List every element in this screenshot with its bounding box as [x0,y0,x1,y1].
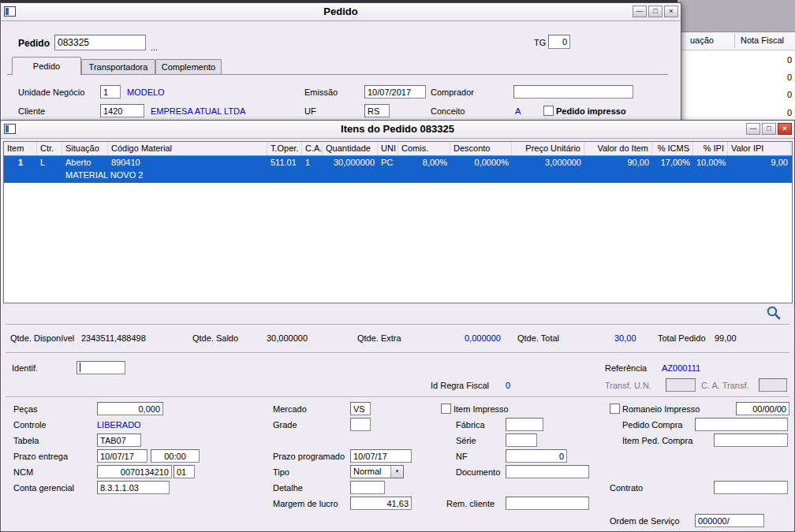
uf-input[interactable] [364,104,390,117]
tab-label: Transportadora [89,62,148,72]
documento-input[interactable] [506,465,589,478]
contrato-label: Contrato [610,483,643,493]
cell-uni: PC [378,156,398,169]
tab-label: Complemento [162,62,215,72]
ordem-servico-input[interactable] [695,514,764,527]
grade-input[interactable] [350,418,371,431]
qtde-saldo-value: 30,000000 [267,333,308,343]
margem-lucro-label: Margem de lucro [273,499,338,508]
itens-window: Itens do Pedido 083325 — □ × Item Ctr. S… [0,120,795,532]
pedido-compra-label: Pedido Compra [622,420,682,430]
prazo-programado-label: Prazo programado [273,452,345,461]
romaneio-data-input[interactable] [736,402,789,415]
tabela-input[interactable] [97,433,141,447]
col-header-t-oper: T.Oper. [267,142,302,155]
conta-gerencial-input[interactable] [97,481,170,494]
tab-transportadora[interactable]: Transportadora [81,59,155,75]
ncm-input[interactable] [97,465,172,478]
pecas-input[interactable] [97,402,163,415]
cell-desconto: 0,0000% [450,156,512,169]
pedido-impresso-checkbox[interactable] [543,106,554,116]
tipo-select[interactable]: Normal ▼ [350,465,404,478]
pedido-number-input[interactable] [54,35,146,50]
qtde-disponivel-value: 2343511,488498 [81,333,146,343]
pedido-compra-input[interactable] [695,418,788,431]
cell-ctr: L [37,156,62,169]
cell-item: 1 [4,156,37,169]
ca-transf-label: C. A. Transf. [701,381,749,390]
comprador-label: Comprador [431,87,474,97]
grid-cell: 0 [768,55,792,65]
uf-label: UF [304,106,316,116]
identif-input[interactable] [77,361,125,374]
ncm-ex-input[interactable] [174,465,195,478]
conceito-value: A [515,106,521,116]
col-header-item: Item [4,142,37,155]
fabrica-input[interactable] [506,418,543,431]
cliente-input[interactable] [100,104,144,117]
itens-titlebar[interactable]: Itens do Pedido 083325 — □ × [1,121,794,139]
ca-transf-input [759,378,787,392]
item-impresso-checkbox[interactable] [441,404,451,414]
unidade-negocio-input[interactable] [100,85,121,99]
unidade-negocio-label: Unidade Negócio [18,87,84,97]
pedido-label: Pedido [18,38,50,49]
window-title: Itens do Pedido 083325 [1,123,794,135]
tipo-selected-value: Normal [351,466,390,478]
col-header-ipi: % IPI [693,142,728,155]
transf-un-label: Transf. U.N. [605,381,651,390]
grid-cell: 0 [768,90,792,99]
prazo-entrega-data-input[interactable] [97,449,147,463]
chevron-down-icon[interactable]: ▼ [390,466,403,478]
qtde-saldo-label: Qtde. Saldo [192,333,238,343]
cell-valor-do-item: 90,00 [584,156,652,169]
col-header-ca: C.A. [302,142,323,155]
minimize-button-icon[interactable]: — [633,6,647,17]
tg-label: TG [534,38,546,47]
margem-lucro-input[interactable] [350,497,412,510]
emissao-input[interactable] [364,85,426,99]
qtde-total-value: 30,00 [614,333,636,343]
romaneio-impresso-checkbox[interactable] [610,404,620,414]
column-header-nota-fiscal: Nota Fiscal [741,35,784,45]
magnifier-icon[interactable] [766,305,782,321]
documento-label: Documento [456,467,500,477]
pedido-titlebar[interactable]: Pedido — □ × [1,3,681,21]
close-button-icon[interactable]: × [778,123,792,135]
maximize-button-icon[interactable]: □ [762,123,776,135]
cell-situacao: Aberto [62,156,108,169]
controle-label: Controle [13,420,47,430]
col-header-uni: UNI [378,142,398,155]
identif-label: Identif. [12,363,38,373]
grid-cell: 0 [768,108,792,117]
browse-ellipsis-button[interactable]: ... [151,43,158,52]
tipo-label: Tipo [273,467,289,477]
cell-valor-ipi: 9,00 [728,156,791,169]
referencia-label: Referência [605,363,647,373]
mercado-input[interactable] [350,402,371,415]
table-row-selected[interactable]: 1 L Aberto 890410 511.01 1 30,000000 PC … [4,156,792,183]
serie-input[interactable] [506,433,537,447]
item-ped-compra-input[interactable] [714,433,788,447]
close-button-icon[interactable]: × [664,6,678,17]
tg-input[interactable] [548,35,570,49]
tab-pedido[interactable]: Pedido [12,57,81,75]
ncm-label: NCM [13,467,33,477]
grade-label: Grade [273,420,297,430]
detalhe-input[interactable] [350,481,385,494]
tab-complemento[interactable]: Complemento [155,59,222,75]
qtde-total-label: Qtde. Total [517,333,559,343]
contrato-input[interactable] [714,481,788,494]
total-pedido-value: 99,00 [715,333,737,343]
nf-label: NF [456,452,468,461]
col-header-comis: Comis. [398,142,450,155]
prazo-entrega-hora-input[interactable] [151,449,200,463]
rem-cliente-input[interactable] [506,497,589,510]
prazo-programado-input[interactable] [350,449,412,463]
comprador-input[interactable] [513,85,633,99]
nf-input[interactable] [506,449,567,463]
tab-label: Pedido [33,61,60,71]
rem-cliente-label: Rem. cliente [446,499,495,508]
minimize-button-icon[interactable]: — [746,123,760,135]
maximize-button-icon[interactable]: □ [648,6,662,17]
